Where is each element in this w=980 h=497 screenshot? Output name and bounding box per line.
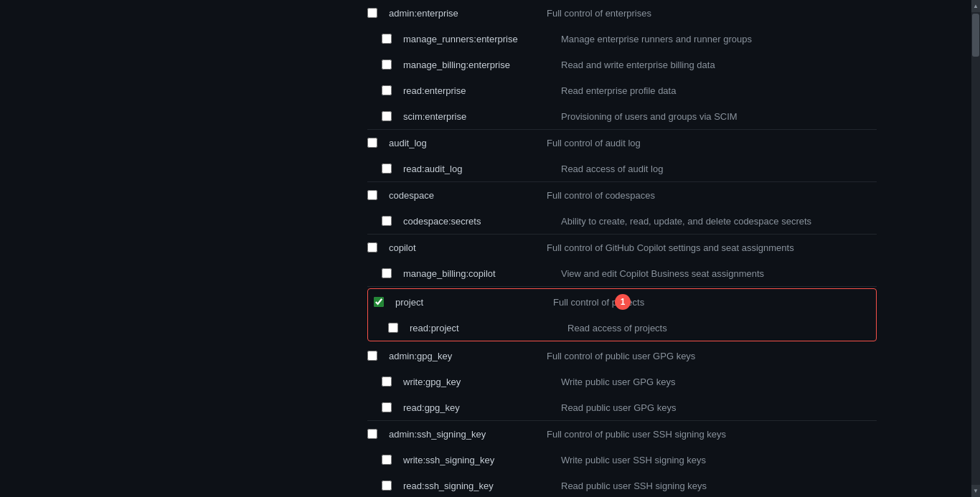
- checkbox-cell[interactable]: [382, 377, 403, 387]
- checkbox-cell[interactable]: [382, 455, 403, 465]
- checkbox-cell[interactable]: [382, 34, 403, 44]
- permission-name-read-audit-log: read:audit_log: [403, 164, 561, 174]
- permission-row-read-enterprise: read:enterprise Read enterprise profile …: [367, 77, 877, 103]
- checkbox-read-audit-log[interactable]: [382, 164, 392, 174]
- permission-group-audit-log: audit_log Full control of audit log read…: [367, 130, 877, 182]
- main-content: admin:enterprise Full control of enterpr…: [0, 0, 971, 497]
- permission-desc-manage-billing-copilot: View and edit Copilot Business seat assi…: [561, 268, 877, 279]
- permission-group-enterprise: admin:enterprise Full control of enterpr…: [367, 0, 877, 130]
- permission-desc-copilot: Full control of GitHub Copilot settings …: [547, 242, 877, 253]
- checkbox-codespace[interactable]: [367, 190, 377, 200]
- permission-row-codespace-secrets: codespace:secrets Ability to create, rea…: [367, 208, 877, 234]
- checkbox-read-enterprise[interactable]: [382, 85, 392, 95]
- permission-row-read-gpg-key: read:gpg_key Read public user GPG keys: [367, 394, 877, 420]
- checkbox-cell[interactable]: [382, 481, 403, 491]
- permission-row-manage-runners: manage_runners:enterprise Manage enterpr…: [367, 26, 877, 52]
- checkbox-read-ssh-signing-key[interactable]: [382, 481, 392, 491]
- permission-name-audit-log: audit_log: [389, 138, 547, 148]
- checkbox-scim-enterprise[interactable]: [382, 111, 392, 121]
- permission-group-ssh-signing-key: admin:ssh_signing_key Full control of pu…: [367, 421, 877, 497]
- checkbox-cell[interactable]: [382, 111, 403, 121]
- checkbox-cell[interactable]: [367, 190, 389, 200]
- permission-row-admin-gpg-key: admin:gpg_key Full control of public use…: [367, 343, 877, 369]
- checkbox-cell[interactable]: [382, 216, 403, 226]
- permission-name-read-gpg-key: read:gpg_key: [403, 402, 561, 413]
- checkbox-copilot[interactable]: [367, 242, 377, 252]
- permission-name-admin-ssh-signing-key: admin:ssh_signing_key: [389, 429, 547, 440]
- permission-desc-read-project: Read access of projects: [567, 323, 870, 333]
- permission-name-read-project: read:project: [410, 323, 567, 333]
- checkbox-manage-billing-enterprise[interactable]: [382, 60, 392, 70]
- checkbox-codespace-secrets[interactable]: [382, 216, 392, 226]
- permission-desc-admin-ssh-signing-key: Full control of public user SSH signing …: [547, 429, 877, 440]
- scrollbar-track[interactable]: [971, 12, 980, 485]
- permission-name-write-ssh-signing-key: write:ssh_signing_key: [403, 455, 561, 465]
- permission-name-read-ssh-signing-key: read:ssh_signing_key: [403, 481, 561, 491]
- permission-desc-project: Full control of projects: [553, 297, 870, 308]
- permission-name-write-gpg-key: write:gpg_key: [403, 377, 561, 387]
- checkbox-cell[interactable]: [382, 268, 403, 278]
- permission-row-write-ssh-signing-key: write:ssh_signing_key Write public user …: [367, 447, 877, 473]
- checkbox-manage-billing-copilot[interactable]: [382, 268, 392, 278]
- checkbox-admin-ssh-signing-key[interactable]: [367, 429, 377, 439]
- permission-row-scim-enterprise: scim:enterprise Provisioning of users an…: [367, 103, 877, 129]
- checkbox-admin-gpg-key[interactable]: [367, 351, 377, 361]
- checkbox-cell[interactable]: [367, 242, 389, 252]
- permission-name-manage-billing-copilot: manage_billing:copilot: [403, 268, 561, 279]
- permission-name-scim-enterprise: scim:enterprise: [403, 111, 561, 122]
- checkbox-cell[interactable]: [382, 60, 403, 70]
- permission-name-admin-gpg-key: admin:gpg_key: [389, 351, 547, 361]
- permission-desc-scim-enterprise: Provisioning of users and groups via SCI…: [561, 111, 877, 122]
- checkbox-read-gpg-key[interactable]: [382, 402, 392, 412]
- checkbox-manage-runners[interactable]: [382, 34, 392, 44]
- permission-desc-audit-log: Full control of audit log: [547, 138, 877, 148]
- permission-name-copilot: copilot: [389, 242, 547, 253]
- permission-name-codespace: codespace: [389, 190, 547, 201]
- permission-row-codespace: codespace Full control of codespaces: [367, 182, 877, 208]
- page-wrapper: admin:enterprise Full control of enterpr…: [0, 0, 980, 497]
- checkbox-cell[interactable]: [382, 85, 403, 95]
- permission-name-manage-runners: manage_runners:enterprise: [403, 34, 561, 44]
- permission-desc-codespace: Full control of codespaces: [547, 190, 877, 201]
- checkbox-project[interactable]: [374, 297, 384, 307]
- scrollbar-arrow-down[interactable]: ▼: [971, 485, 980, 497]
- permission-name-admin-enterprise: admin:enterprise: [389, 8, 547, 19]
- checkbox-cell[interactable]: [367, 138, 389, 148]
- permission-group-gpg-key: admin:gpg_key Full control of public use…: [367, 343, 877, 421]
- permission-group-codespace: codespace Full control of codespaces cod…: [367, 182, 877, 235]
- scrollbar: ▲ ▼: [971, 0, 980, 497]
- checkbox-admin-enterprise[interactable]: [367, 8, 377, 18]
- permission-name-project: project: [395, 297, 553, 308]
- permission-row-admin-enterprise: admin:enterprise Full control of enterpr…: [367, 0, 877, 26]
- checkbox-audit-log[interactable]: [367, 138, 377, 148]
- project-group-wrapper: 1 project Full control of projects read:: [367, 287, 877, 343]
- checkbox-cell[interactable]: [388, 323, 410, 333]
- checkbox-cell[interactable]: [374, 297, 395, 307]
- permission-desc-read-gpg-key: Read public user GPG keys: [561, 402, 877, 413]
- checkbox-cell[interactable]: [367, 8, 389, 18]
- permission-desc-write-ssh-signing-key: Write public user SSH signing keys: [561, 455, 877, 465]
- permission-desc-manage-runners: Manage enterprise runners and runner gro…: [561, 34, 877, 44]
- permission-name-manage-billing-enterprise: manage_billing:enterprise: [403, 60, 561, 70]
- permission-row-admin-ssh-signing-key: admin:ssh_signing_key Full control of pu…: [367, 421, 877, 447]
- checkbox-cell[interactable]: [382, 402, 403, 412]
- permission-row-read-project: read:project Read access of projects: [374, 315, 870, 341]
- permission-row-read-ssh-signing-key: read:ssh_signing_key Read public user SS…: [367, 473, 877, 497]
- permission-desc-read-enterprise: Read enterprise profile data: [561, 85, 877, 96]
- checkbox-cell[interactable]: [367, 351, 389, 361]
- permission-row-manage-billing-enterprise: manage_billing:enterprise Read and write…: [367, 52, 877, 77]
- permission-desc-manage-billing-enterprise: Read and write enterprise billing data: [561, 60, 877, 70]
- checkbox-cell[interactable]: [382, 164, 403, 174]
- checkbox-read-project[interactable]: [388, 323, 398, 333]
- checkbox-write-gpg-key[interactable]: [382, 377, 392, 387]
- checkbox-write-ssh-signing-key[interactable]: [382, 455, 392, 465]
- scrollbar-arrow-up[interactable]: ▲: [971, 0, 980, 12]
- permission-row-read-audit-log: read:audit_log Read access of audit log: [367, 156, 877, 181]
- checkbox-cell[interactable]: [367, 429, 389, 439]
- permission-row-manage-billing-copilot: manage_billing:copilot View and edit Cop…: [367, 260, 877, 286]
- scrollbar-thumb[interactable]: [972, 14, 979, 57]
- permission-row-audit-log: audit_log Full control of audit log: [367, 130, 877, 156]
- permission-desc-admin-enterprise: Full control of enterprises: [547, 8, 877, 19]
- step1-annotation: 1: [615, 294, 631, 310]
- permission-desc-admin-gpg-key: Full control of public user GPG keys: [547, 351, 877, 361]
